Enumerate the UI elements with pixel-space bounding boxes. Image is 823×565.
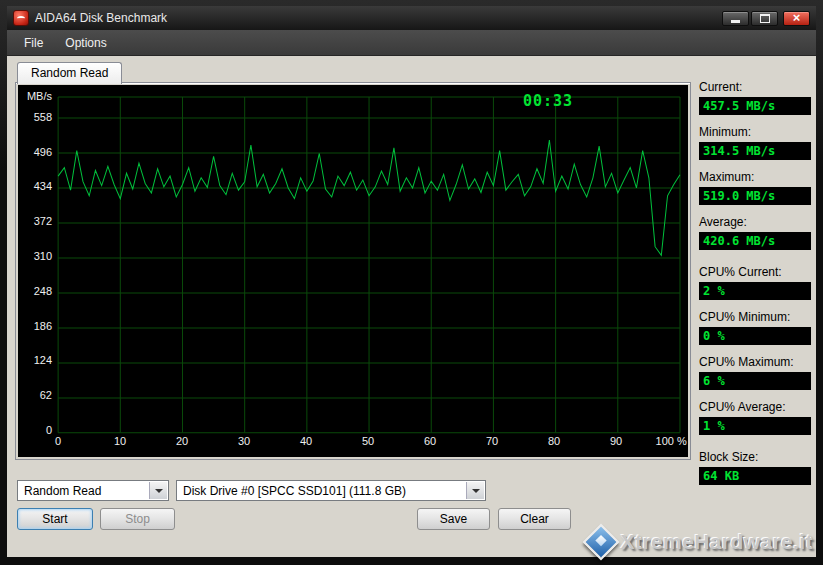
app-icon (13, 10, 29, 26)
window-controls: × (722, 11, 810, 26)
minimize-icon (731, 20, 740, 23)
stat-value: 457.5 MB/s (699, 97, 811, 115)
test-type-dropdown-arrow-icon[interactable] (149, 482, 167, 499)
maximize-icon (760, 14, 770, 23)
stat-cpu-average: CPU% Average:1 % (699, 400, 811, 435)
chart-panel: MB/s 558496434372310248186124620 0102030… (18, 85, 688, 457)
maximize-button[interactable] (751, 11, 778, 26)
client-area: Random Read MB/s 55849643437231024818612… (7, 56, 816, 557)
window-title: AIDA64 Disk Benchmark (35, 11, 167, 25)
titlebar[interactable]: AIDA64 Disk Benchmark × (7, 6, 816, 30)
stat-value: 2 % (699, 282, 811, 300)
drive-select-value: Disk Drive #0 [SPCC SSD101] (111.8 GB) (183, 483, 465, 499)
stat-label: Block Size: (699, 450, 811, 464)
stat-label: Average: (699, 215, 811, 229)
stat-label: Current: (699, 80, 811, 94)
stat-label: Minimum: (699, 125, 811, 139)
stat-label: CPU% Maximum: (699, 355, 811, 369)
close-button[interactable]: × (783, 11, 810, 26)
stat-value: 0 % (699, 327, 811, 345)
stop-button: Stop (100, 508, 175, 530)
benchmark-chart (18, 85, 688, 457)
stats-panel: Current:457.5 MB/sMinimum:314.5 MB/sMaxi… (699, 80, 811, 495)
menubar: File Options (7, 30, 816, 56)
stat-value: 64 KB (699, 467, 811, 485)
stat-value: 6 % (699, 372, 811, 390)
stat-block-size: Block Size:64 KB (699, 450, 811, 485)
watermark-logo-icon (582, 524, 619, 561)
stat-label: CPU% Minimum: (699, 310, 811, 324)
save-button[interactable]: Save (417, 508, 490, 530)
stat-label: Maximum: (699, 170, 811, 184)
stat-value: 314.5 MB/s (699, 142, 811, 160)
start-button[interactable]: Start (17, 508, 93, 530)
stat-value: 420.6 MB/s (699, 232, 811, 250)
watermark-text: XtremeHardware.it (621, 530, 813, 554)
stat-current: Current:457.5 MB/s (699, 80, 811, 115)
clear-button[interactable]: Clear (498, 508, 571, 530)
stat-value: 519.0 MB/s (699, 187, 811, 205)
stat-cpu-minimum: CPU% Minimum:0 % (699, 310, 811, 345)
elapsed-timer: 00:33 (523, 92, 573, 110)
tab-random-read[interactable]: Random Read (17, 62, 122, 84)
stat-maximum: Maximum:519.0 MB/s (699, 170, 811, 205)
stat-minimum: Minimum:314.5 MB/s (699, 125, 811, 160)
stat-label: CPU% Current: (699, 265, 811, 279)
drive-dropdown-arrow-icon[interactable] (466, 482, 484, 499)
close-icon: × (793, 12, 801, 24)
menu-file[interactable]: File (13, 32, 54, 54)
menu-options[interactable]: Options (54, 32, 117, 54)
chart-tab-page: MB/s 558496434372310248186124620 0102030… (15, 82, 691, 460)
stat-value: 1 % (699, 417, 811, 435)
stat-label: CPU% Average: (699, 400, 811, 414)
minimize-button[interactable] (722, 11, 749, 26)
window-frame: AIDA64 Disk Benchmark × File Options Ran… (0, 0, 823, 565)
test-type-select[interactable]: Random Read (17, 480, 169, 501)
test-type-value: Random Read (24, 483, 148, 499)
stat-cpu-current: CPU% Current:2 % (699, 265, 811, 300)
stat-average: Average:420.6 MB/s (699, 215, 811, 250)
stat-cpu-maximum: CPU% Maximum:6 % (699, 355, 811, 390)
drive-select[interactable]: Disk Drive #0 [SPCC SSD101] (111.8 GB) (176, 480, 486, 501)
watermark: XtremeHardware.it (588, 529, 813, 555)
